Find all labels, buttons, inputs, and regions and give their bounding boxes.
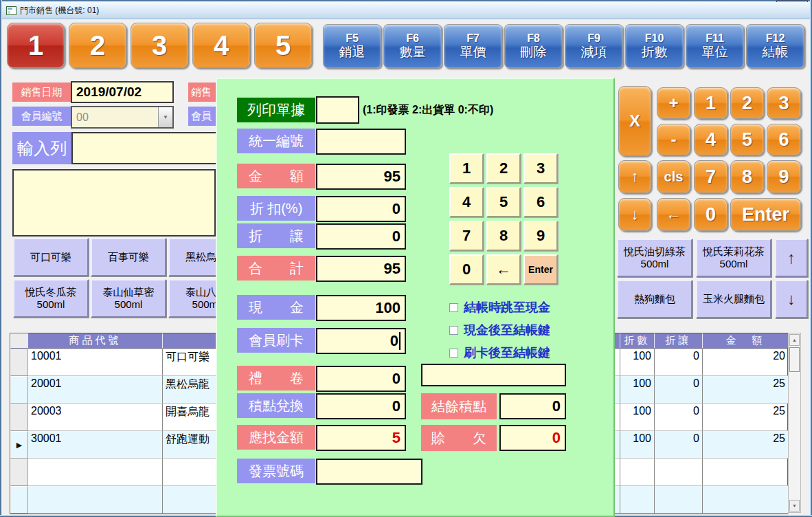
points-redeem-field[interactable]: 0 bbox=[316, 393, 406, 419]
keypad-backspace-button[interactable]: ← bbox=[657, 198, 690, 231]
row-selector-cell[interactable] bbox=[10, 404, 28, 431]
product-button-2[interactable]: 泰山仙草密 500ml bbox=[91, 279, 166, 318]
checkbox-3[interactable] bbox=[449, 349, 458, 358]
product-button-r2-1[interactable]: 熱狗麵包 bbox=[617, 280, 692, 318]
dialog-numpad-1-key[interactable]: 1 bbox=[449, 153, 484, 184]
tax-id-label: 統一編號 bbox=[237, 129, 315, 153]
discount-pct-field[interactable]: 0 bbox=[316, 196, 406, 222]
dialog-numpad-0-key[interactable]: 0 bbox=[449, 254, 484, 285]
keypad-2-button[interactable]: 2 bbox=[730, 87, 764, 119]
keypad-cls-button[interactable]: cls bbox=[657, 160, 690, 193]
dialog-numpad-9-key[interactable]: 9 bbox=[523, 221, 558, 251]
print-doc-field[interactable] bbox=[316, 96, 359, 124]
change-due-field[interactable]: 5 bbox=[316, 425, 406, 451]
checkbox-row-3[interactable]: 刷卡後至結帳鍵 bbox=[449, 344, 550, 361]
dialog-numpad-backspace-key[interactable]: ← bbox=[486, 254, 521, 285]
keypad-down-button[interactable]: ↓ bbox=[618, 198, 651, 231]
row-selector-cell[interactable] bbox=[10, 486, 28, 514]
fkey-f6-button[interactable]: F6數量 bbox=[383, 24, 442, 68]
station-tab-4[interactable]: 4 bbox=[192, 23, 250, 68]
allowance-field[interactable]: 0 bbox=[316, 223, 406, 250]
station-tab-5[interactable]: 5 bbox=[254, 23, 312, 68]
fkey-f10-button[interactable]: F10折數 bbox=[625, 24, 684, 68]
product-scroll-down-button[interactable]: ↓ bbox=[775, 280, 808, 318]
member-card-field[interactable]: 0 bbox=[316, 328, 406, 354]
dialog-numpad-5-key[interactable]: 5 bbox=[486, 187, 521, 217]
keypad-3-button[interactable]: 3 bbox=[767, 87, 801, 119]
discount-pct-value: 0 bbox=[392, 200, 401, 218]
row-selector-cell[interactable] bbox=[10, 459, 28, 486]
product-button-1[interactable]: 可口可樂 bbox=[13, 238, 89, 276]
keypad-multiply-button[interactable]: X bbox=[618, 86, 651, 156]
keypad-9-button[interactable]: 9 bbox=[767, 160, 801, 193]
dialog-numpad-3-key[interactable]: 3 bbox=[523, 153, 558, 184]
keypad-enter-button[interactable]: Enter bbox=[730, 198, 801, 231]
fkey-label: 刪除 bbox=[521, 45, 547, 60]
product-button-r1-1[interactable]: 悅氏油切綠茶 500ml bbox=[617, 239, 692, 277]
scroll-up-button[interactable]: ▲ bbox=[789, 334, 800, 346]
fkey-f7-button[interactable]: F7單價 bbox=[444, 24, 502, 68]
fkey-f9-button[interactable]: F9減項 bbox=[565, 24, 623, 68]
keypad-minus-button[interactable]: - bbox=[657, 124, 690, 155]
gift-cert-field[interactable]: 0 bbox=[316, 366, 406, 392]
keypad-8-button[interactable]: 8 bbox=[730, 160, 764, 193]
member-card-value: 0 bbox=[390, 332, 398, 350]
scroll-down-button[interactable]: ▼ bbox=[789, 500, 800, 512]
row-selector-cell[interactable] bbox=[10, 349, 28, 376]
product-scroll-up-button[interactable]: ↑ bbox=[775, 239, 808, 277]
dialog-numpad-4-key[interactable]: 4 bbox=[449, 187, 484, 217]
total-field[interactable]: 95 bbox=[316, 256, 406, 282]
product-button-1[interactable]: 悅氏冬瓜茶 500ml bbox=[13, 279, 89, 318]
display-area[interactable] bbox=[12, 169, 216, 236]
fkey-f5-button[interactable]: F5銷退 bbox=[323, 24, 381, 68]
product-button-2[interactable]: 百事可樂 bbox=[91, 238, 166, 276]
checkbox-1[interactable] bbox=[449, 303, 458, 312]
tax-id-field[interactable] bbox=[316, 129, 406, 155]
invoice-no-field[interactable] bbox=[316, 459, 422, 485]
dialog-numpad: 1234567890←Enter bbox=[449, 153, 558, 285]
station-tab-1[interactable]: 1 bbox=[7, 23, 65, 68]
checkbox-row-1[interactable]: 結帳時跳至現金 bbox=[449, 299, 550, 316]
row-selector-cell[interactable]: ▶ bbox=[10, 431, 28, 459]
cash-field[interactable]: 100 bbox=[316, 295, 406, 321]
dialog-numpad-6-key[interactable]: 6 bbox=[523, 187, 558, 217]
keypad-up-button[interactable]: ↑ bbox=[618, 160, 651, 193]
misc-field[interactable] bbox=[421, 364, 566, 386]
checkout-dialog: 列印單據 (1:印發票 2:出貨單 0:不印) 統一編號 金 額 95 折 扣(… bbox=[216, 78, 615, 517]
fkey-f11-button[interactable]: F11單位 bbox=[686, 24, 744, 68]
column-header-1: 商品代號 bbox=[28, 333, 163, 349]
keypad-5-button[interactable]: 5 bbox=[730, 124, 764, 155]
balance-points-field[interactable]: 0 bbox=[499, 393, 566, 419]
fkey-f12-button[interactable]: F12結帳 bbox=[746, 24, 804, 68]
keypad-4-button[interactable]: 4 bbox=[694, 124, 728, 155]
dialog-numpad-7-key[interactable]: 7 bbox=[449, 221, 484, 251]
dialog-numpad-8-key[interactable]: 8 bbox=[486, 221, 521, 251]
scrollbar-thumb[interactable] bbox=[789, 347, 800, 372]
title-bar: 門市銷售 (機台號: 01) bbox=[2, 2, 810, 19]
checkbox-row-2[interactable]: 現金後至結帳鍵 bbox=[449, 322, 550, 338]
input-row-field[interactable] bbox=[71, 132, 223, 164]
product-button-r2-2[interactable]: 玉米火腿麵包 bbox=[696, 280, 771, 318]
keypad-7-button[interactable]: 7 bbox=[694, 160, 728, 193]
amount-field[interactable]: 95 bbox=[316, 164, 406, 190]
checkbox-label-1: 結帳時跳至現金 bbox=[464, 299, 550, 316]
row-selector-cell[interactable] bbox=[10, 376, 28, 404]
table-scrollbar[interactable]: ▲ ▼ bbox=[788, 333, 801, 513]
keypad-plus-button[interactable]: + bbox=[657, 87, 690, 119]
station-tab-3[interactable]: 3 bbox=[131, 23, 188, 68]
keypad-0-button[interactable]: 0 bbox=[694, 198, 728, 231]
dropdown-arrow-icon[interactable]: ▼ bbox=[158, 107, 172, 127]
keypad-1-button[interactable]: 1 bbox=[694, 87, 728, 119]
cell-code bbox=[28, 459, 163, 486]
cell-discount: 100 bbox=[620, 376, 655, 404]
checkbox-2[interactable] bbox=[449, 326, 458, 335]
dialog-numpad-2-key[interactable]: 2 bbox=[486, 153, 521, 184]
product-button-r1-2[interactable]: 悅氏茉莉花茶 500ml bbox=[696, 239, 771, 277]
fkey-f8-button[interactable]: F8刪除 bbox=[504, 24, 563, 68]
member-no-dropdown[interactable]: 00 ▼ bbox=[71, 106, 174, 129]
credit-owed-field[interactable]: 0 bbox=[499, 425, 566, 451]
sale-date-field[interactable]: 2019/07/02 bbox=[71, 81, 174, 103]
keypad-6-button[interactable]: 6 bbox=[767, 124, 801, 155]
dialog-numpad-enter-key[interactable]: Enter bbox=[523, 254, 558, 285]
station-tab-2[interactable]: 2 bbox=[69, 23, 126, 68]
